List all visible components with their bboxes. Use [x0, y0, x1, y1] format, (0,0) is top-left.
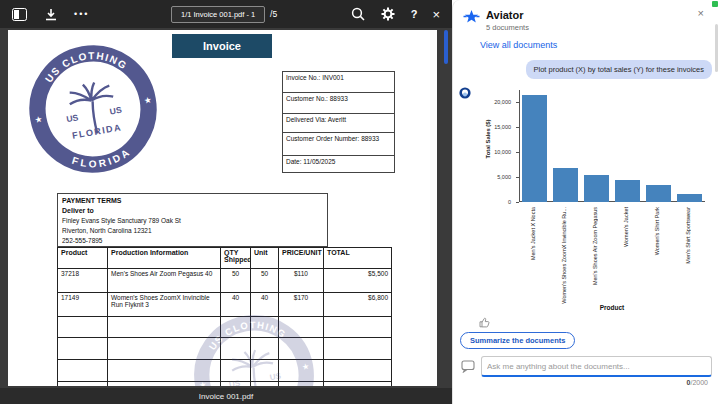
settings-gear-icon[interactable] — [381, 7, 395, 21]
more-options-icon[interactable]: ••• — [74, 9, 89, 19]
aviator-logo-icon — [463, 9, 480, 25]
y-tick-label: 5,000 — [475, 174, 511, 180]
aviator-panel: × Aviator 5 documents View all documents… — [452, 0, 720, 404]
table-cell: $5,500 — [324, 269, 392, 293]
table-header-cell: QTY Shipped — [221, 248, 251, 269]
table-cell: $6,800 — [324, 293, 392, 317]
invoice-info-box: Invoice No.: INV001 Customer No.: 88933 … — [282, 71, 395, 173]
chat-bubble-icon — [461, 360, 475, 373]
y-tick-mark — [516, 102, 519, 103]
page-total-label: /5 — [270, 9, 277, 19]
char-counter: 0/2000 — [453, 379, 708, 386]
pdf-canvas: Invoice Invoice No.: INV001 Customer No.… — [0, 28, 452, 388]
delivered-via: Delivered Via: Averitt — [283, 114, 394, 133]
y-tick-mark — [516, 177, 519, 178]
table-header-cell: Product — [58, 248, 108, 269]
user-message-bubble: Plot product (X) by total sales (Y) for … — [526, 60, 713, 79]
table-cell: 37218 — [58, 269, 108, 293]
y-tick-mark — [516, 202, 519, 203]
customer-number: Customer No.: 88933 — [283, 93, 394, 114]
table-cell: 17149 — [58, 293, 108, 317]
search-icon[interactable] — [351, 7, 365, 21]
table-header-row: ProductProduction InformationQTY Shipped… — [58, 248, 392, 269]
thumbs-up-icon[interactable] — [479, 317, 490, 328]
deliver-to-label: Deliver to — [62, 206, 323, 216]
sidebar-toggle-icon[interactable] — [12, 8, 27, 21]
pdf-page: Invoice Invoice No.: INV001 Customer No.… — [8, 30, 437, 386]
chart-bar — [615, 180, 640, 203]
x-tick-label: Women's Shoes ZoomX Invincible Ru... — [561, 207, 567, 304]
invoice-title: Invoice — [172, 34, 272, 58]
x-tick-label: Men's Shoes Air Zoom Pegasus — [592, 207, 598, 285]
pdf-footer: Invoice 001.pdf — [0, 388, 452, 404]
table-header-cell: TOTAL — [324, 248, 392, 269]
panel-close-icon[interactable]: × — [698, 8, 704, 19]
download-icon[interactable] — [44, 8, 58, 21]
chart-bar — [677, 194, 702, 203]
recording-indicator-dot — [712, 1, 718, 7]
company-stamp — [26, 42, 160, 176]
x-axis-label: Product — [519, 304, 705, 311]
x-tick-label: Men's Jacket X Nocta — [530, 207, 536, 260]
summarize-documents-button[interactable]: Summarize the documents — [460, 332, 575, 349]
deliver-address-2: Riverton, North Carolina 12321 — [62, 226, 323, 236]
table-cell: $110 — [279, 269, 324, 293]
invoice-number: Invoice No.: INV001 — [283, 72, 394, 93]
feedback-row — [479, 314, 720, 326]
pdf-viewer: ••• /5 ? × Invoice Invoice No.: INV001 — [0, 0, 452, 404]
y-tick-mark — [516, 127, 519, 128]
sales-bar-chart: Total Sales ($)05,00010,00015,00020,000M… — [475, 84, 711, 312]
y-axis-label: Total Sales ($) — [485, 94, 491, 184]
chart-bar — [584, 175, 609, 203]
table-cell: Men's Shoes Air Zoom Pegasus 40 — [108, 269, 221, 293]
view-all-documents-link[interactable]: View all documents — [480, 40, 720, 50]
pdf-scrollbar-thumb[interactable] — [444, 30, 448, 64]
table-cell: 50 — [221, 269, 251, 293]
chat-input-row — [461, 356, 712, 377]
table-header-cell: Unit — [251, 248, 279, 269]
deliver-phone: 252-555-7895 — [62, 236, 323, 246]
chart-bar — [646, 185, 671, 203]
y-tick-mark — [516, 152, 519, 153]
x-tick-label: Men's Shirt Sportswear — [685, 207, 691, 264]
panel-scrollbar-thumb[interactable] — [715, 24, 718, 72]
y-tick-label: 15,000 — [475, 124, 511, 130]
chat-input[interactable] — [481, 356, 712, 377]
payment-terms-title: PAYMENT TERMS — [62, 196, 323, 206]
x-tick-label: Women's Jacket — [623, 207, 629, 247]
char-count-max: /2000 — [690, 379, 708, 386]
table-header-cell: Production Information — [108, 248, 221, 269]
table-header-cell: PRICE/UNIT — [279, 248, 324, 269]
assistant-avatar — [459, 87, 471, 99]
invoice-date: Date: 11/05/2025 — [283, 156, 394, 172]
viewer-close-icon[interactable]: × — [432, 7, 440, 22]
assistant-response: Total Sales ($)05,00010,00015,00020,000M… — [453, 84, 720, 312]
y-tick-label: 20,000 — [475, 99, 511, 105]
document-count: 5 documents — [486, 23, 529, 32]
help-icon[interactable]: ? — [411, 8, 418, 20]
app-window: ••• /5 ? × Invoice Invoice No.: INV001 — [0, 0, 720, 404]
deliver-address-1: Finley Evans Style Sanctuary 789 Oak St — [62, 216, 323, 226]
y-tick-label: 10,000 — [475, 149, 511, 155]
panel-title: Aviator — [486, 9, 529, 21]
filename-label: Invoice 001.pdf — [199, 392, 253, 401]
x-tick-label: Women's Shirt Park — [654, 207, 660, 255]
y-tick-label: 0 — [475, 199, 511, 205]
chart-bar — [522, 95, 547, 203]
table-row: 37218Men's Shoes Air Zoom Pegasus 405050… — [58, 269, 392, 293]
table-cell: 50 — [251, 269, 279, 293]
page-field-input[interactable] — [171, 6, 265, 23]
watermark-stamp — [191, 312, 317, 386]
customer-order-number: Customer Order Number: 88933 — [283, 133, 394, 156]
panel-header: Aviator 5 documents — [453, 0, 720, 32]
pdf-toolbar: ••• /5 ? × — [0, 0, 452, 28]
chart-bar — [553, 168, 578, 202]
payment-terms-box: PAYMENT TERMS Deliver to Finley Evans St… — [57, 193, 328, 247]
